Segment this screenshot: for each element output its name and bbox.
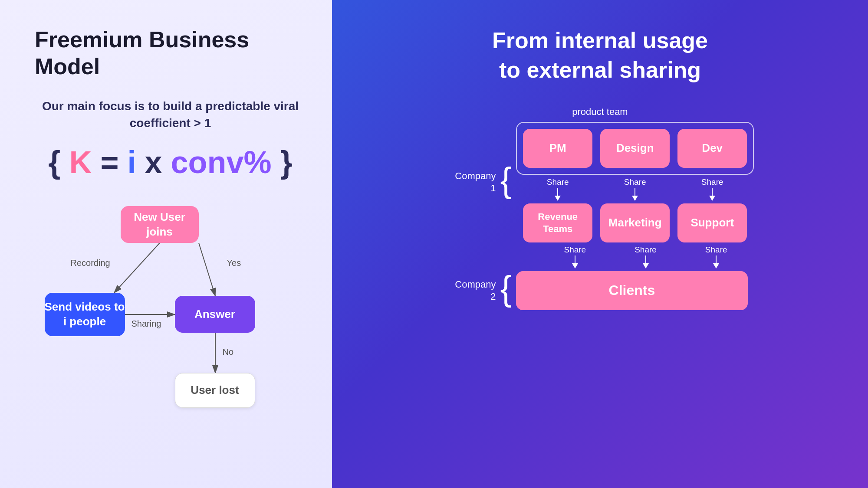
row1-boxes: PM Design Dev (523, 129, 747, 168)
product-team-label: product team (453, 106, 748, 118)
svg-marker-12 (572, 263, 578, 269)
company1-brace: { (500, 163, 512, 197)
share-label-3: Share (701, 177, 723, 187)
company2-brace: { (500, 271, 512, 306)
org-chart: product team Company 1 { PM Design Dev S… (453, 106, 748, 310)
share-row-1: Share Share Share (516, 175, 754, 203)
send-videos-node: Send videos to i people (45, 293, 125, 336)
brace-open: { (48, 145, 69, 180)
share-item-5: Share (614, 245, 677, 269)
subtitle: Our main focus is to build a predictable… (35, 98, 306, 131)
svg-marker-16 (713, 263, 719, 269)
company2-boxes: Clients (516, 271, 747, 310)
design-box: Design (600, 129, 670, 168)
user-lost-node: User lost (175, 373, 255, 408)
brace-close: } (280, 145, 293, 180)
svg-marker-8 (632, 196, 638, 201)
clients-box: Clients (516, 271, 747, 310)
new-user-node: New User joins (121, 206, 199, 243)
share-item-4: Share (544, 245, 607, 269)
share-label-1: Share (547, 177, 569, 187)
share-label-6: Share (705, 245, 727, 255)
share-row-2: Share Share Share (544, 242, 748, 271)
svg-marker-14 (643, 263, 649, 269)
arrow-down-5 (641, 255, 650, 269)
share-label-2: Share (624, 177, 646, 187)
right-title: From internal usage to external sharing (367, 26, 833, 85)
company1-section: Company 1 { PM Design Dev Share (453, 122, 748, 242)
flowchart: Recording Sharing Yes No New User joins … (36, 206, 305, 423)
share-item-2: Share (600, 177, 670, 201)
support-box: Support (677, 203, 747, 242)
row2-boxes: RevenueTeams Marketing Support (516, 203, 754, 242)
svg-line-0 (114, 243, 160, 293)
company2-label: Company 2 (453, 278, 496, 303)
revenue-teams-box: RevenueTeams (523, 203, 592, 242)
marketing-box: Marketing (600, 203, 670, 242)
yes-label: Yes (227, 258, 241, 268)
k-variable: K (69, 145, 92, 180)
right-panel: From internal usage to external sharing … (332, 0, 868, 488)
company1-boxes: PM Design Dev Share Share (516, 122, 754, 242)
sharing-label: Sharing (132, 319, 161, 329)
arrow-down-6 (712, 255, 720, 269)
equals: = (100, 145, 127, 180)
company1-label: Company 1 (453, 170, 496, 195)
svg-marker-6 (555, 196, 561, 201)
i-variable: i (127, 145, 136, 180)
svg-line-1 (199, 243, 215, 296)
arrow-down-2 (631, 188, 639, 201)
share-item-1: Share (523, 177, 592, 201)
left-panel: Freemium Business Model Our main focus i… (0, 0, 332, 488)
pm-box: PM (523, 129, 592, 168)
no-label: No (223, 347, 234, 357)
share-item-3: Share (677, 177, 747, 201)
page-title: Freemium Business Model (35, 26, 306, 80)
times: x (145, 145, 171, 180)
formula: { K = i x conv% } (35, 144, 306, 180)
company2-section: Company 2 { Clients (453, 271, 748, 310)
dev-box: Dev (677, 129, 747, 168)
share-label-5: Share (635, 245, 657, 255)
svg-marker-10 (709, 196, 715, 201)
arrow-down-1 (553, 188, 562, 201)
share-label-4: Share (564, 245, 586, 255)
arrow-down-3 (708, 188, 717, 201)
share-item-6: Share (685, 245, 748, 269)
recording-label: Recording (71, 258, 110, 268)
conv-variable: conv% (171, 145, 272, 180)
arrow-down-4 (571, 255, 579, 269)
answer-node: Answer (175, 296, 255, 333)
